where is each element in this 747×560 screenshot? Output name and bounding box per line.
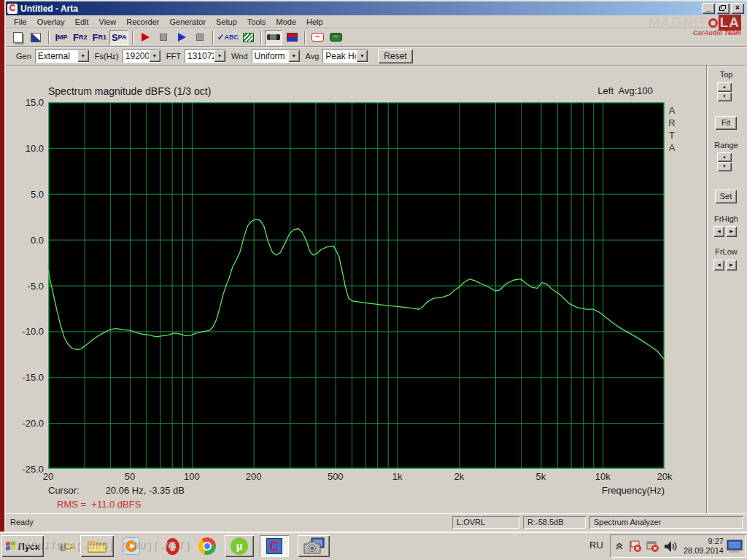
spectrum-plot[interactable] <box>48 102 665 469</box>
imp-mode-button[interactable]: IMP <box>53 30 70 45</box>
x-tick-label: 1k <box>392 471 403 482</box>
scale-button[interactable] <box>27 30 44 45</box>
palette-button[interactable] <box>239 30 257 45</box>
status-text: Ready <box>10 518 34 526</box>
system-tray: 9:27 28.09.2014 <box>610 534 746 558</box>
dropdown-arrow-icon[interactable]: ▼ <box>149 50 160 62</box>
clock[interactable]: 9:27 28.09.2014 <box>684 537 724 556</box>
top-label: Top <box>707 70 746 79</box>
menu-item-edit[interactable]: Edit <box>70 16 94 28</box>
toolbar-separator <box>212 31 214 44</box>
arta-watermark: ARTA <box>667 104 677 154</box>
show-desktop-icon[interactable] <box>727 540 743 553</box>
y-tick-label: 10.0 <box>10 143 44 154</box>
wnd-select[interactable]: Uniform▼ <box>252 49 300 63</box>
toolbar-separator <box>260 31 262 44</box>
play-icon <box>178 33 186 42</box>
fr1-mode-button[interactable]: FR1 <box>90 30 108 45</box>
media-player-icon[interactable] <box>118 535 144 557</box>
screenshot-task-button[interactable] <box>298 535 330 557</box>
chart-title: Spectrum magnitude dBFS (1/3 oct) <box>48 85 211 97</box>
fft-label: FFT <box>166 52 181 61</box>
frhigh-label: FrHigh <box>707 214 746 223</box>
menu-item-help[interactable]: Help <box>301 16 328 28</box>
tray-expand-icon[interactable] <box>616 543 623 550</box>
set-button[interactable]: Set <box>715 190 737 203</box>
gen-label: Gen <box>16 52 31 61</box>
x-tick-label: 20k <box>657 471 673 482</box>
internet-explorer-icon[interactable]: e <box>50 535 76 557</box>
language-indicator[interactable]: RU <box>589 540 603 551</box>
opera-icon[interactable] <box>159 535 185 557</box>
new-file-button[interactable] <box>9 30 26 45</box>
flashlight-icon <box>267 34 280 40</box>
fit-button[interactable]: Fit <box>715 116 737 130</box>
arta-app-icon: C <box>7 4 18 14</box>
menu-item-file[interactable]: File <box>9 16 32 28</box>
frhigh-spinner: ◀ ▶ <box>713 226 738 237</box>
stop-icon <box>160 34 167 41</box>
x-tick-label: 100 <box>184 471 200 482</box>
frhigh-left-button[interactable]: ◀ <box>713 226 724 237</box>
menu-item-tools[interactable]: Tools <box>242 16 271 28</box>
explorer-task-button[interactable] <box>80 535 114 557</box>
volume-icon[interactable] <box>664 540 678 553</box>
menu-item-mode[interactable]: Mode <box>271 16 301 28</box>
menu-item-generator[interactable]: Generator <box>165 16 212 28</box>
noise-generator-button[interactable]: ~ <box>327 30 344 45</box>
update-alert-icon[interactable] <box>646 540 659 553</box>
y-tick-label: 5.0 <box>10 189 44 200</box>
menu-item-setup[interactable]: Setup <box>211 16 242 28</box>
waveform-button[interactable] <box>283 30 301 45</box>
y-tick-label: -15.0 <box>10 372 44 383</box>
signal-probe-button[interactable] <box>265 30 282 45</box>
fs-select[interactable]: 192000▼ <box>123 49 160 63</box>
reset-button[interactable]: Reset <box>378 49 412 63</box>
minimize-button[interactable]: _ <box>702 3 715 14</box>
color-stripes-icon <box>243 33 254 42</box>
spa-mode-button[interactable]: SPA <box>109 30 129 45</box>
chrome-icon[interactable] <box>194 535 220 557</box>
restore-button[interactable] <box>716 3 729 14</box>
fft-select[interactable]: 131072▼ <box>185 49 225 63</box>
dropdown-arrow-icon[interactable]: ▼ <box>288 50 300 62</box>
sine-generator-button[interactable]: ~ <box>309 30 326 45</box>
fr2-mode-button[interactable]: FR2 <box>71 30 89 45</box>
generator-play-button[interactable] <box>173 30 190 45</box>
channel-avg-info: Left Avg:100 <box>597 85 653 96</box>
frlow-left-button[interactable]: ◀ <box>713 260 724 271</box>
record-stop-button[interactable] <box>155 30 172 45</box>
frlow-spinner: ◀ ▶ <box>713 260 738 271</box>
calibrate-button[interactable]: ✓ABC <box>217 30 239 45</box>
utorrent-task-button[interactable]: µ <box>225 535 254 557</box>
generator-stop-button[interactable] <box>191 30 209 45</box>
close-button[interactable]: × <box>731 3 744 14</box>
top-up-button[interactable]: ▲ <box>717 82 732 92</box>
arta-task-button[interactable]: C <box>260 535 289 557</box>
menu-item-overlay[interactable]: Overlay <box>32 16 70 28</box>
left-level-indicator: L:OVRL <box>452 516 519 529</box>
avg-select[interactable]: Peak Hol▼ <box>322 49 368 63</box>
menu-item-view[interactable]: View <box>94 16 122 28</box>
x-tick-label: 500 <box>328 471 344 482</box>
range-up-button[interactable]: ▲ <box>717 152 732 162</box>
windows-logo-icon <box>6 541 16 551</box>
arta-window: C Untitled - Arta _ × File Overlay Edit … <box>4 0 747 532</box>
dropdown-arrow-icon[interactable]: ▼ <box>214 50 225 62</box>
frhigh-right-button[interactable]: ▶ <box>726 226 737 237</box>
wnd-label: Wnd <box>231 52 248 61</box>
frlow-right-button[interactable]: ▶ <box>726 260 737 271</box>
dropdown-arrow-icon[interactable]: ▼ <box>77 50 89 62</box>
dropdown-arrow-icon[interactable]: ▼ <box>356 50 368 62</box>
gen-select[interactable]: External▼ <box>35 49 89 63</box>
security-alert-icon[interactable] <box>629 540 642 553</box>
record-play-icon <box>142 33 150 42</box>
menu-item-recorder[interactable]: Recorder <box>121 16 164 28</box>
record-button[interactable] <box>136 30 154 45</box>
range-down-button[interactable]: ▼ <box>717 162 732 171</box>
red-sine-icon: ~ <box>311 33 324 42</box>
y-tick-label: -10.0 <box>10 326 44 337</box>
start-button[interactable]: Пуск <box>1 535 44 557</box>
top-down-button[interactable]: ▼ <box>717 92 732 101</box>
titlebar[interactable]: C Untitled - Arta _ × <box>6 1 746 15</box>
